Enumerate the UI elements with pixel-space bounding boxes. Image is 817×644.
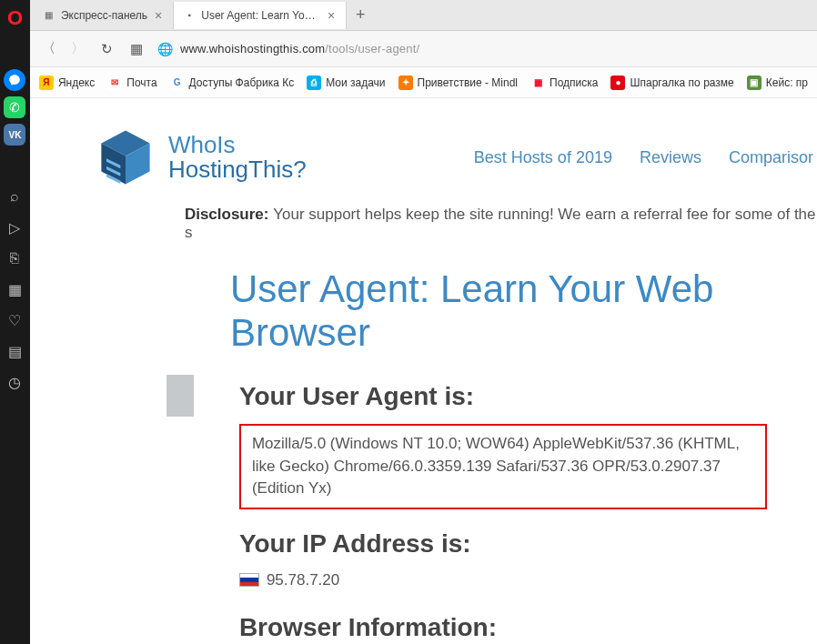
bi-heading: Browser Information: [239, 613, 817, 642]
tab-useragent[interactable]: ▪ User Agent: Learn Your We × [174, 2, 347, 29]
reload-button[interactable]: ↻ [99, 41, 116, 57]
bookmark-item[interactable]: ▣Кейс: пр [747, 75, 808, 90]
ip-value: 95.78.7.20 [267, 571, 339, 589]
bookmark-label: Доступы Фабрика Кс [189, 76, 295, 89]
camera-icon[interactable]: ⎘ [2, 246, 27, 271]
bookmark-item[interactable]: GДоступы Фабрика Кс [170, 75, 295, 90]
bookmark-label: Шпаргалка по разме [630, 76, 733, 89]
disclosure-text: Disclosure: Your support helps keep the … [30, 198, 817, 258]
page-icon: ▪ [183, 9, 196, 22]
panel-tab-decoration [166, 375, 194, 417]
bookmark-icon: ✉ [107, 75, 122, 90]
opera-sidebar: O ✆ VK ⌕ ▷ ⎘ ▦ ♡ ▤ ◷ [0, 0, 30, 644]
address-bar[interactable]: 🌐 www.whoishostingthis.com/tools/user-ag… [157, 42, 806, 56]
page-content: WhoIsHostingThis? Best Hosts of 2019 Rev… [30, 98, 817, 644]
bookmarks-bar: ЯЯндекс✉ПочтаGДоступы Фабрика Кс⎙Мои зад… [30, 67, 817, 98]
bookmark-icon: ✦ [398, 75, 413, 90]
nav-toolbar: 〈 〉 ↻ ▦ 🌐 www.whoishostingthis.com/tools… [30, 31, 817, 67]
bookmark-icon: G [170, 75, 185, 90]
back-button[interactable]: 〈 [41, 41, 57, 57]
browser-window: ▦ Экспресс-панель × ▪ User Agent: Learn … [30, 0, 817, 644]
search-icon[interactable]: ⌕ [2, 184, 27, 209]
flag-icon [239, 573, 259, 587]
forward-button[interactable]: 〉 [70, 41, 86, 57]
bookmark-item[interactable]: ▦Подписка [530, 75, 598, 90]
bookmark-item[interactable]: ●Шпаргалка по разме [610, 75, 733, 90]
new-tab-button[interactable]: + [347, 5, 374, 25]
ua-string-box: Mozilla/5.0 (Windows NT 10.0; WOW64) App… [239, 424, 767, 509]
ua-heading: Your User Agent is: [239, 382, 817, 411]
nav-best-hosts[interactable]: Best Hosts of 2019 [474, 148, 612, 167]
bookmark-label: Мои задачи [326, 76, 385, 89]
play-icon[interactable]: ▷ [2, 215, 27, 240]
ip-heading: Your IP Address is: [239, 529, 817, 558]
globe-icon: 🌐 [157, 42, 173, 56]
bookmark-label: Почта [126, 76, 156, 89]
opera-logo-icon[interactable]: O [2, 5, 27, 31]
bookmark-icon: Я [39, 75, 54, 90]
tab-title: User Agent: Learn Your We [201, 9, 320, 22]
apps-icon[interactable]: ▦ [2, 277, 27, 302]
vk-icon[interactable]: VK [4, 124, 25, 146]
speed-dial-icon: ▦ [43, 9, 55, 22]
bookmark-label: Подписка [550, 76, 598, 89]
logo-text: WhoIsHostingThis? [168, 133, 307, 183]
bookmark-item[interactable]: ✉Почта [107, 75, 156, 90]
bookmark-label: Кейс: пр [766, 76, 808, 89]
news-icon[interactable]: ▤ [2, 338, 27, 364]
bookmark-icon: ● [610, 75, 625, 90]
url-text: www.whoishostingthis.com/tools/user-agen… [180, 42, 419, 55]
ip-row: 95.78.7.20 [239, 571, 817, 589]
nav-comparison[interactable]: Comparisor [729, 148, 813, 167]
whatsapp-icon[interactable]: ✆ [4, 96, 25, 118]
tab-title: Экспресс-панель [61, 9, 147, 22]
speed-dial-button[interactable]: ▦ [128, 41, 145, 57]
tab-bar: ▦ Экспресс-панель × ▪ User Agent: Learn … [30, 0, 817, 31]
bookmark-icon: ▣ [747, 75, 762, 90]
messenger-icon[interactable] [4, 69, 25, 91]
close-icon[interactable]: × [153, 8, 164, 23]
site-header: WhoIsHostingThis? Best Hosts of 2019 Rev… [30, 98, 817, 198]
logo-icon [94, 126, 157, 189]
bookmark-label: Яндекс [58, 76, 95, 89]
close-icon[interactable]: × [326, 8, 337, 23]
nav-reviews[interactable]: Reviews [640, 148, 701, 167]
site-logo[interactable]: WhoIsHostingThis? [94, 126, 307, 189]
heart-icon[interactable]: ♡ [2, 307, 27, 333]
bookmark-label: Приветствие - Mindl [418, 76, 518, 89]
page-title: User Agent: Learn Your Web Browser [30, 258, 817, 375]
info-panel: Your User Agent is: Mozilla/5.0 (Windows… [166, 375, 817, 644]
bookmark-icon: ▦ [530, 75, 545, 90]
bookmark-icon: ⎙ [307, 75, 321, 90]
tab-express[interactable]: ▦ Экспресс-панель × [34, 2, 174, 29]
bookmark-item[interactable]: ЯЯндекс [39, 75, 95, 90]
clock-icon[interactable]: ◷ [2, 369, 27, 395]
bookmark-item[interactable]: ✦Приветствие - Mindl [398, 75, 518, 90]
bookmark-item[interactable]: ⎙Мои задачи [307, 75, 385, 90]
site-nav: Best Hosts of 2019 Reviews Comparisor [474, 148, 817, 167]
